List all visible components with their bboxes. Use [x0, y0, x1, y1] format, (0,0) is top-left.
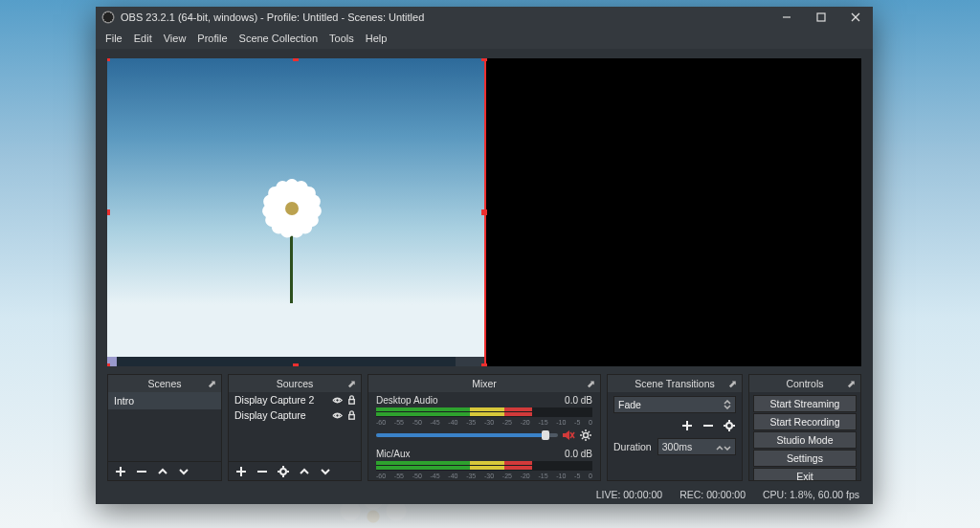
- svg-line-28: [589, 431, 590, 433]
- volume-slider[interactable]: [376, 433, 558, 437]
- maximize-button[interactable]: [804, 7, 838, 28]
- sources-title: Sources: [277, 378, 314, 389]
- source-label: Display Capture: [234, 409, 306, 421]
- transition-selected: Fade: [618, 399, 641, 410]
- resize-handle[interactable]: [107, 363, 110, 366]
- channel-name: Mic/Aux: [376, 449, 411, 459]
- svg-rect-1: [817, 13, 825, 21]
- svg-point-21: [584, 433, 589, 438]
- sources-toolbar: [229, 461, 361, 480]
- duration-label: Duration: [613, 441, 652, 452]
- mixer-title: Mixer: [472, 378, 497, 389]
- meter-ticks: -60-55-50-45-40-35-30-25-20-15-10-50: [376, 419, 592, 427]
- remove-scene-button[interactable]: [135, 465, 148, 478]
- source-item[interactable]: Display Capture: [229, 407, 361, 423]
- resize-handle[interactable]: [481, 209, 487, 215]
- transitions-panel: Scene Transitions ⬈ Fade Duration 300ms: [607, 374, 743, 481]
- svg-point-44: [726, 423, 732, 429]
- resize-handle[interactable]: [293, 363, 299, 366]
- status-cpu: CPU: 1.8%, 60.00 fps: [763, 489, 859, 500]
- audio-meter: [376, 461, 592, 471]
- svg-point-14: [280, 469, 286, 474]
- source-item[interactable]: Display Capture 2: [229, 392, 361, 407]
- dock-icon[interactable]: ⬈: [847, 378, 857, 387]
- svg-line-26: [582, 431, 584, 433]
- add-scene-button[interactable]: [114, 465, 127, 478]
- menu-help[interactable]: Help: [366, 33, 388, 44]
- remove-source-button[interactable]: [256, 465, 269, 478]
- duration-field[interactable]: 300ms: [657, 438, 736, 455]
- transitions-header: Scene Transitions ⬈: [608, 375, 742, 392]
- duration-value: 300ms: [662, 441, 693, 452]
- controls-title: Controls: [786, 378, 823, 389]
- obs-window: OBS 23.2.1 (64-bit, windows) - Profile: …: [96, 7, 873, 504]
- minimize-button[interactable]: [769, 7, 804, 28]
- add-transition-button[interactable]: [680, 419, 694, 432]
- scene-down-button[interactable]: [177, 465, 190, 478]
- menu-edit[interactable]: Edit: [134, 33, 152, 44]
- svg-line-29: [582, 438, 584, 440]
- menu-profile[interactable]: Profile: [197, 33, 227, 44]
- mixer-panel: Mixer ⬈ Desktop Audio 0.0 dB -60-55-50-4…: [368, 374, 601, 481]
- source-label: Display Capture 2: [234, 394, 314, 406]
- controls-panel: Controls ⬈ Start Streaming Start Recordi…: [748, 374, 861, 481]
- resize-handle[interactable]: [107, 209, 110, 215]
- resize-handle[interactable]: [481, 363, 487, 366]
- lock-icon[interactable]: [345, 394, 357, 406]
- menu-tools[interactable]: Tools: [329, 33, 354, 44]
- channel-level: 0.0 dB: [565, 395, 592, 406]
- close-button[interactable]: [838, 7, 873, 28]
- lock-icon[interactable]: [345, 409, 357, 421]
- start-streaming-button[interactable]: Start Streaming: [753, 395, 857, 412]
- scene-up-button[interactable]: [156, 465, 169, 478]
- svg-point-7: [335, 398, 339, 402]
- mixer-header: Mixer ⬈: [368, 375, 600, 392]
- start-recording-button[interactable]: Start Recording: [753, 413, 857, 430]
- dock-icon[interactable]: ⬈: [347, 378, 357, 387]
- dock-icon[interactable]: ⬈: [728, 378, 738, 387]
- channel-level: 0.0 dB: [565, 449, 592, 459]
- exit-button[interactable]: Exit: [753, 468, 857, 480]
- selected-source-bounds[interactable]: [107, 58, 484, 366]
- resize-handle[interactable]: [293, 58, 299, 61]
- titlebar[interactable]: OBS 23.2.1 (64-bit, windows) - Profile: …: [96, 7, 873, 28]
- controls-header: Controls ⬈: [749, 375, 860, 392]
- statusbar: LIVE: 00:00:00 REC: 00:00:00 CPU: 1.8%, …: [96, 485, 873, 504]
- add-source-button[interactable]: [234, 465, 248, 478]
- resize-handle[interactable]: [481, 58, 487, 61]
- scenes-list[interactable]: Intro: [108, 392, 221, 461]
- svg-point-9: [335, 413, 339, 417]
- svg-rect-10: [348, 414, 354, 419]
- status-rec: REC: 00:00:00: [679, 489, 746, 500]
- visibility-icon[interactable]: [331, 394, 343, 406]
- scenes-title: Scenes: [147, 378, 181, 389]
- dock-icon[interactable]: ⬈: [587, 378, 596, 387]
- dock-icon[interactable]: ⬈: [208, 378, 217, 387]
- scenes-header: Scenes ⬈: [108, 375, 221, 392]
- sources-list[interactable]: Display Capture 2 Display Capture: [229, 392, 361, 461]
- resize-handle[interactable]: [107, 58, 110, 61]
- source-down-button[interactable]: [319, 465, 332, 478]
- menu-file[interactable]: File: [105, 33, 122, 44]
- gear-icon[interactable]: [579, 429, 592, 442]
- obs-logo-icon: [101, 11, 115, 24]
- preview-canvas[interactable]: [107, 58, 861, 366]
- mute-icon[interactable]: [562, 429, 575, 442]
- studio-mode-button[interactable]: Studio Mode: [753, 431, 857, 449]
- transition-select[interactable]: Fade: [613, 396, 736, 413]
- menu-scene-collection[interactable]: Scene Collection: [239, 33, 319, 44]
- scene-item[interactable]: Intro: [108, 392, 221, 409]
- svg-line-27: [589, 438, 590, 440]
- mixer-body: Desktop Audio 0.0 dB -60-55-50-45-40-35-…: [368, 392, 600, 480]
- menu-view[interactable]: View: [164, 33, 187, 44]
- remove-transition-button[interactable]: [702, 419, 715, 432]
- source-properties-button[interactable]: [277, 465, 290, 478]
- source-up-button[interactable]: [298, 465, 311, 478]
- settings-button[interactable]: Settings: [753, 450, 857, 467]
- visibility-icon[interactable]: [331, 409, 343, 421]
- transition-properties-button[interactable]: [723, 419, 736, 432]
- channel-name: Desktop Audio: [376, 395, 438, 406]
- mixer-channel-desktop-audio: Desktop Audio 0.0 dB -60-55-50-45-40-35-…: [368, 392, 600, 446]
- sources-panel: Sources ⬈ Display Capture 2 Display Capt…: [228, 374, 362, 481]
- captured-display-content: [107, 58, 484, 366]
